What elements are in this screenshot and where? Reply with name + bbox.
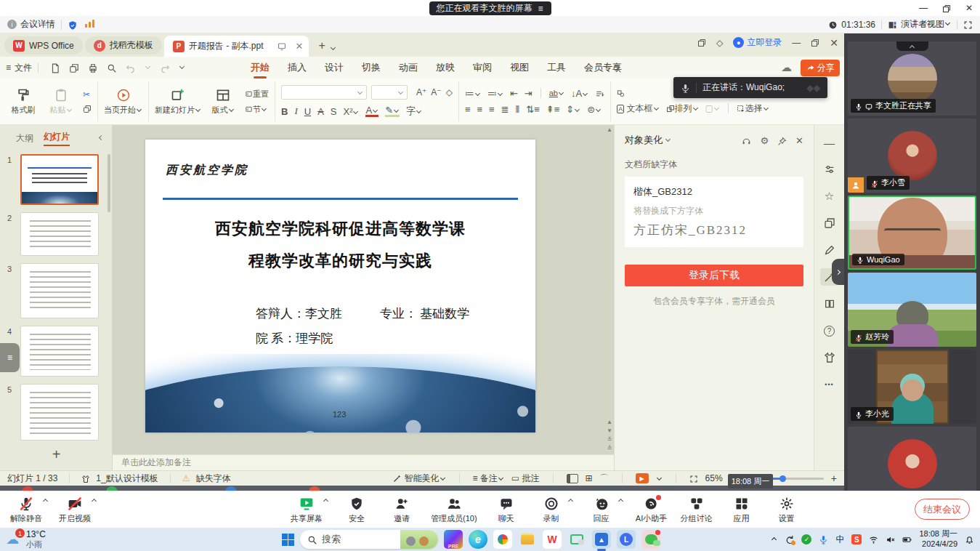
decrease-indent-button[interactable]: ⇤ [510, 88, 518, 99]
add-slide-button[interactable]: + [0, 446, 113, 463]
ribbon-tab-8[interactable]: 工具 [547, 58, 566, 77]
skin-icon[interactable] [820, 349, 839, 366]
bullets-button[interactable]: ≔ [465, 88, 481, 99]
normal-view-button[interactable] [567, 474, 578, 483]
superscript-button[interactable]: X² [343, 106, 359, 117]
reading-view-button[interactable]: ⌒ [600, 472, 609, 485]
mic-off-button[interactable]: 解除静音 [10, 496, 42, 524]
collapse-panel-icon[interactable] [99, 135, 104, 140]
download-after-login-button[interactable]: 登录后下载 [625, 265, 803, 286]
share-screen-menu-chevron-icon[interactable] [323, 499, 328, 504]
signal-bars-icon[interactable] [85, 20, 96, 30]
tray-sogou-icon[interactable]: S [851, 534, 862, 544]
slide-thumbnail-5[interactable] [20, 384, 99, 441]
slide-list-fab[interactable]: ≡ [0, 343, 20, 372]
section-button[interactable]: 节 [245, 104, 269, 115]
restore-button[interactable] [942, 3, 951, 13]
missing-font-warning[interactable]: 缺失字体 [195, 472, 230, 485]
participant-tile-5[interactable] [848, 427, 976, 491]
reaction-menu-chevron-icon[interactable] [618, 499, 623, 504]
align-center-button[interactable]: ≡ [477, 104, 483, 115]
document-tab-2[interactable]: d 找稻壳模板 [85, 36, 162, 55]
participant-tile-1[interactable]: 李小雪 [848, 118, 976, 193]
panel-close-icon[interactable]: ✕ [795, 135, 803, 146]
participant-tile-0[interactable]: 李文胜正在共享 [848, 41, 976, 116]
share-screen-button[interactable]: 共享屏幕 [291, 496, 323, 524]
document-tab-1[interactable]: W WPS Office [4, 36, 83, 55]
character-spacing-button[interactable]: ab [549, 89, 564, 97]
banner-menu-icon[interactable]: ≡ [538, 4, 543, 14]
distribute-button[interactable]: ⦀ [516, 104, 520, 116]
zoom-in-button[interactable]: + [831, 472, 837, 484]
workbench-icon[interactable] [697, 38, 706, 48]
weather-widget[interactable]: ☁1 13°C 小雨 [6, 530, 46, 549]
favorite-icon[interactable]: ☆ [820, 188, 839, 205]
increase-font-icon[interactable]: A⁺ [416, 87, 426, 97]
participant-tile-3[interactable]: 赵芳玲 [848, 273, 976, 347]
members-button[interactable]: 管理成员(10) [431, 496, 477, 524]
tray-microphone-icon[interactable] [819, 535, 828, 544]
ribbon-tab-5[interactable]: 放映 [436, 58, 455, 77]
ribbon-search-icon[interactable] [612, 62, 622, 73]
app-tencent-meeting-icon[interactable]: ▲ [592, 530, 611, 549]
decrease-font-icon[interactable]: A⁻ [431, 87, 441, 97]
undo-icon[interactable] [126, 62, 136, 73]
slide-page[interactable]: 西安航空学院 西安航空学院科研促进高等数学课 程教学改革的研究与实践 答辩人：李… [145, 140, 535, 433]
font-family-select[interactable] [281, 85, 367, 100]
slide-canvas[interactable]: 西安航空学院 西安航空学院科研促进高等数学课 程教学改革的研究与实践 答辩人：李… [113, 125, 614, 454]
shadow-button[interactable]: S [331, 106, 337, 117]
mic-off-menu-chevron-icon[interactable] [43, 499, 48, 504]
notes-button[interactable]: ≡ 备注 [473, 472, 504, 485]
tray-wifi-icon[interactable] [869, 535, 878, 544]
app-clock-icon[interactable]: L [617, 530, 636, 549]
app-premiere-icon[interactable]: PRE [444, 530, 463, 549]
template-name[interactable]: 1_默认设计模板 [96, 472, 158, 485]
outline-tab[interactable]: 大纲 [16, 132, 33, 145]
wps-minimize-button[interactable]: — [792, 38, 801, 48]
ribbon-tab-1[interactable]: 插入 [288, 58, 307, 77]
settings-button[interactable]: 设置 [771, 496, 803, 524]
numbering-button[interactable]: ≕ [487, 88, 503, 99]
help-icon[interactable]: ? [820, 322, 839, 339]
invite-button[interactable]: 邀请 [386, 496, 418, 524]
reaction-button[interactable]: 回应 [586, 496, 617, 524]
play-options-chevron-icon[interactable] [657, 475, 662, 480]
bold-button[interactable]: B [281, 106, 288, 117]
collapse-participants-button[interactable] [896, 41, 928, 51]
save-icon[interactable] [50, 62, 60, 73]
view-mode-chevron-icon[interactable] [945, 20, 950, 25]
slide-thumbnail-2[interactable] [20, 212, 99, 256]
camera-off-button[interactable]: 开启视频 [59, 496, 91, 524]
font-color-button[interactable]: A [365, 106, 378, 117]
tray-notification-icon[interactable] [965, 535, 974, 544]
watching-banner[interactable]: 您正在观看李文胜的屏幕 ≡ [429, 1, 551, 15]
highlight-button[interactable]: ✎ [385, 106, 400, 117]
apps-button[interactable]: 应用 [726, 496, 758, 524]
box-icon[interactable]: ◇ [716, 38, 723, 48]
text-effects-button[interactable]: 字 [406, 105, 422, 118]
print-icon[interactable] [88, 62, 98, 73]
hamburger-icon[interactable]: ≡ [6, 63, 11, 73]
paste-button[interactable]: 粘贴 [45, 88, 77, 116]
print-preview-icon[interactable] [107, 62, 117, 73]
document-tab-3[interactable]: P 开题报告 - 副本.ppt ✕ [164, 36, 309, 57]
record-button[interactable]: 录制 [535, 496, 567, 524]
camera-off-menu-chevron-icon[interactable] [92, 499, 97, 504]
cut-button[interactable]: ✂ [83, 89, 92, 100]
app-360-icon[interactable] [493, 530, 512, 549]
copy-button[interactable] [83, 104, 92, 114]
collapse-icon[interactable]: — [820, 134, 839, 151]
underline-button[interactable]: U [304, 106, 311, 117]
file-explorer-icon[interactable] [518, 530, 537, 549]
paragraph-spacing-button[interactable]: ⇞≡ [546, 104, 559, 115]
slide-thumbnail-3[interactable] [20, 263, 99, 318]
panel-title[interactable]: 对象美化 [625, 134, 663, 147]
line-spacing-button[interactable]: ⇅≡ [526, 104, 539, 115]
close-button[interactable]: ✕ [965, 3, 973, 13]
tray-battery-icon[interactable] [902, 535, 912, 544]
slide-thumbnail-4[interactable] [20, 326, 99, 377]
shapes-button[interactable] [617, 88, 625, 97]
row-spacing-button[interactable]: ⇕ [566, 104, 580, 115]
navigation-icon[interactable] [820, 295, 839, 313]
breakout-button[interactable]: 分组讨论 [681, 496, 713, 524]
